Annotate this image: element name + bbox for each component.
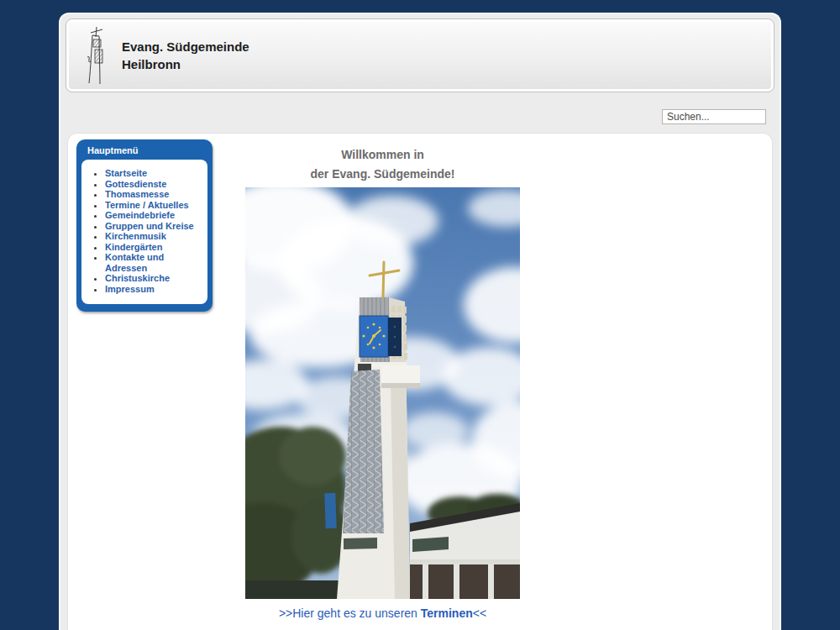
site-title-line1: Evang. Südgemeinde <box>122 38 249 55</box>
menu-item: Kontakte und Adressen <box>105 252 202 273</box>
main-menu-title: Hauptmenü <box>81 144 207 160</box>
main-column: Willkommen in der Evang. Südgemeinde! <box>245 134 520 620</box>
menu-link[interactable]: Startseite <box>105 168 147 178</box>
menu-link[interactable]: Kirchenmusik <box>105 231 166 241</box>
menu-item: Thomasmesse <box>105 189 202 200</box>
menu-item: Kindergärten <box>105 242 202 253</box>
main-menu-list: StartseiteGottesdiensteThomasmesseTermin… <box>87 168 202 294</box>
site-title-line2: Heilbronn <box>122 55 249 73</box>
menu-item: Kirchenmusik <box>105 231 202 242</box>
termine-link-suffix: << <box>473 606 486 620</box>
termine-link-bold: Terminen <box>421 606 473 620</box>
menu-item: Gemeindebriefe <box>105 210 202 221</box>
menu-item: Termine / Aktuelles <box>105 200 202 211</box>
menu-item: Impressum <box>105 284 202 295</box>
menu-item: Gottesdienste <box>105 179 202 190</box>
menu-link[interactable]: Gemeindebriefe <box>105 210 175 220</box>
menu-link[interactable]: Gottesdienste <box>105 179 166 189</box>
welcome-heading-line1: Willkommen in <box>245 148 520 161</box>
termine-link-prefix: >>Hier geht es zu unseren <box>279 606 421 620</box>
menu-link[interactable]: Kindergärten <box>105 242 162 252</box>
search-input[interactable] <box>662 109 766 124</box>
menu-item: Startseite <box>105 168 202 179</box>
menu-item: Gruppen und Kreise <box>105 221 202 232</box>
search-bar <box>662 108 766 134</box>
main-menu-inner: StartseiteGottesdiensteThomasmesseTermin… <box>81 160 207 304</box>
termine-link[interactable]: >>Hier geht es zu unseren Terminen<< <box>279 606 486 620</box>
content-area: Hauptmenü StartseiteGottesdiensteThomasm… <box>67 133 773 630</box>
menu-link[interactable]: Impressum <box>105 284 155 294</box>
church-tower-photo <box>245 187 520 599</box>
menu-link[interactable]: Thomasmesse <box>105 189 169 199</box>
menu-item: Christuskirche <box>105 273 202 284</box>
menu-link[interactable]: Gruppen und Kreise <box>105 221 194 231</box>
welcome-heading-line2: der Evang. Südgemeinde! <box>245 167 520 181</box>
site-wrapper: Evang. Südgemeinde Heilbronn Hauptmenü S… <box>59 13 781 630</box>
menu-link[interactable]: Termine / Aktuelles <box>105 200 189 210</box>
site-header: Evang. Südgemeinde Heilbronn <box>66 18 774 92</box>
main-menu: Hauptmenü StartseiteGottesdiensteThomasm… <box>76 139 213 312</box>
site-title: Evang. Südgemeinde Heilbronn <box>122 38 249 73</box>
church-tower-sketch-icon <box>80 25 115 86</box>
termine-link-row: >>Hier geht es zu unseren Terminen<< <box>245 606 520 620</box>
menu-link[interactable]: Christuskirche <box>105 273 170 283</box>
menu-link[interactable]: Kontakte und Adressen <box>105 252 164 273</box>
